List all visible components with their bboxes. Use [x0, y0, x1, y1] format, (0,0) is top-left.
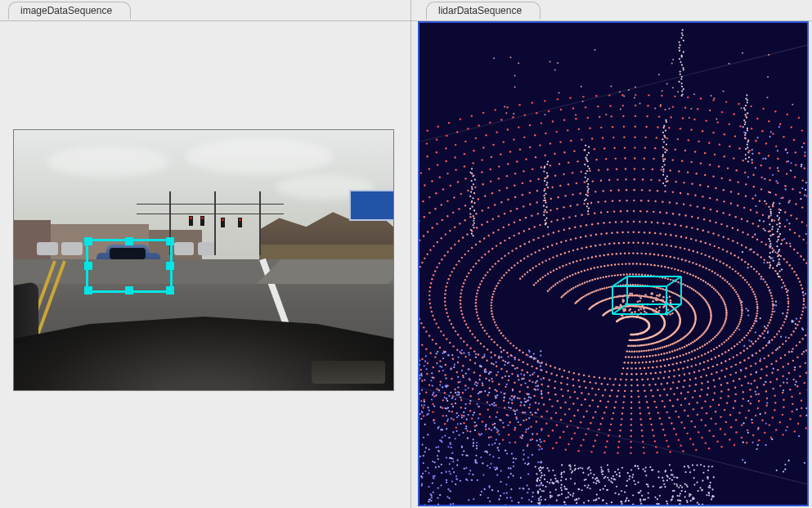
svg-point-3516: [549, 482, 550, 483]
svg-point-2711: [742, 422, 744, 424]
svg-point-2667: [772, 204, 774, 205]
svg-point-2619: [747, 146, 748, 148]
svg-point-804: [753, 322, 755, 324]
svg-point-969: [550, 365, 551, 366]
svg-point-2086: [613, 147, 615, 149]
svg-point-1569: [714, 392, 716, 393]
bbox-handle-top-left[interactable]: [84, 237, 92, 245]
svg-point-2537: [587, 190, 589, 191]
svg-point-473: [694, 340, 696, 342]
svg-point-3526: [602, 474, 603, 475]
svg-point-1897: [607, 169, 608, 170]
svg-point-2587: [681, 90, 683, 92]
svg-point-2198: [730, 426, 732, 428]
svg-point-842: [519, 278, 521, 280]
svg-point-1234: [783, 285, 785, 286]
svg-point-1556: [792, 360, 794, 362]
svg-point-718: [660, 366, 662, 367]
svg-point-3577: [698, 503, 700, 505]
cuboid-3d[interactable]: [612, 276, 681, 314]
svg-point-3826: [693, 93, 695, 95]
svg-point-2093: [684, 150, 686, 151]
svg-point-3094: [432, 376, 433, 378]
svg-point-1442: [594, 393, 596, 395]
svg-point-2781: [785, 149, 787, 151]
svg-point-2380: [478, 124, 479, 126]
svg-point-783: [725, 279, 726, 281]
svg-point-1350: [550, 221, 552, 223]
svg-point-2121: [684, 427, 685, 429]
svg-point-3696: [703, 465, 705, 467]
svg-point-2259: [734, 135, 736, 137]
svg-point-1168: [487, 272, 488, 273]
svg-point-3090: [469, 470, 471, 471]
tab-image-data-sequence[interactable]: imageDataSequence: [8, 2, 131, 20]
svg-point-1538: [757, 225, 759, 227]
svg-point-1189: [574, 227, 576, 228]
svg-point-3631: [576, 502, 577, 504]
svg-point-2626: [747, 129, 748, 131]
svg-point-1283: [617, 389, 619, 391]
svg-point-3160: [441, 366, 442, 368]
svg-point-2686: [779, 233, 781, 235]
svg-point-1388: [773, 250, 774, 251]
svg-point-3360: [536, 484, 537, 486]
bbox-handle-bottom-right[interactable]: [166, 286, 174, 294]
svg-point-1519: [633, 200, 635, 201]
svg-point-607: [645, 362, 647, 363]
svg-point-3049: [449, 457, 451, 459]
svg-point-3640: [611, 478, 612, 479]
svg-point-3341: [419, 359, 420, 361]
svg-point-1527: [689, 205, 691, 206]
svg-point-1022: [565, 240, 567, 241]
svg-point-1073: [771, 298, 773, 299]
bbox-handle-top-center[interactable]: [125, 237, 133, 245]
svg-point-1596: [514, 382, 515, 384]
svg-point-3008: [491, 489, 493, 491]
lidar-viewport[interactable]: [418, 21, 809, 506]
svg-point-786: [730, 285, 732, 286]
bbox-handle-mid-left[interactable]: [84, 262, 92, 270]
svg-point-1583: [607, 401, 608, 402]
tab-lidar-data-sequence[interactable]: lidarDataSequence: [426, 2, 541, 20]
svg-point-3246: [538, 499, 540, 501]
svg-point-855: [560, 254, 562, 255]
svg-point-1186: [558, 230, 559, 232]
svg-point-2423: [617, 452, 618, 454]
svg-point-518: [599, 276, 601, 278]
svg-point-2507: [546, 211, 548, 213]
svg-point-1063: [756, 271, 757, 272]
svg-point-2133: [556, 424, 558, 425]
svg-point-1724: [557, 400, 559, 402]
svg-point-2199: [720, 428, 721, 429]
svg-point-3115: [439, 494, 441, 496]
svg-point-2846: [805, 415, 807, 416]
svg-point-2796: [764, 178, 765, 180]
svg-point-527: [626, 273, 627, 275]
svg-point-2094: [694, 151, 696, 152]
svg-point-3255: [479, 365, 481, 366]
camera-image-viewport[interactable]: [13, 129, 394, 391]
svg-point-1656: [587, 191, 589, 193]
bbox-handle-bottom-left[interactable]: [84, 286, 92, 294]
svg-point-2612: [682, 29, 684, 31]
bbox-handle-bottom-center[interactable]: [125, 286, 133, 294]
svg-point-845: [527, 272, 528, 273]
svg-point-2771: [769, 290, 770, 291]
svg-point-884: [693, 250, 694, 252]
svg-point-1499: [503, 227, 505, 228]
svg-point-1720: [589, 405, 590, 407]
svg-point-2881: [461, 349, 463, 351]
svg-point-3301: [427, 434, 428, 435]
svg-point-3151: [528, 499, 530, 501]
svg-point-3574: [626, 480, 628, 482]
bbox-handle-top-right[interactable]: [166, 237, 174, 245]
bbox-handle-mid-right[interactable]: [166, 262, 174, 270]
svg-point-2838: [802, 329, 804, 330]
svg-point-630: [587, 268, 589, 270]
svg-point-261: [645, 344, 647, 345]
bounding-box-2d[interactable]: [86, 239, 173, 293]
svg-point-2985: [500, 356, 502, 357]
svg-point-3491: [537, 478, 539, 479]
svg-point-1584: [599, 400, 601, 402]
